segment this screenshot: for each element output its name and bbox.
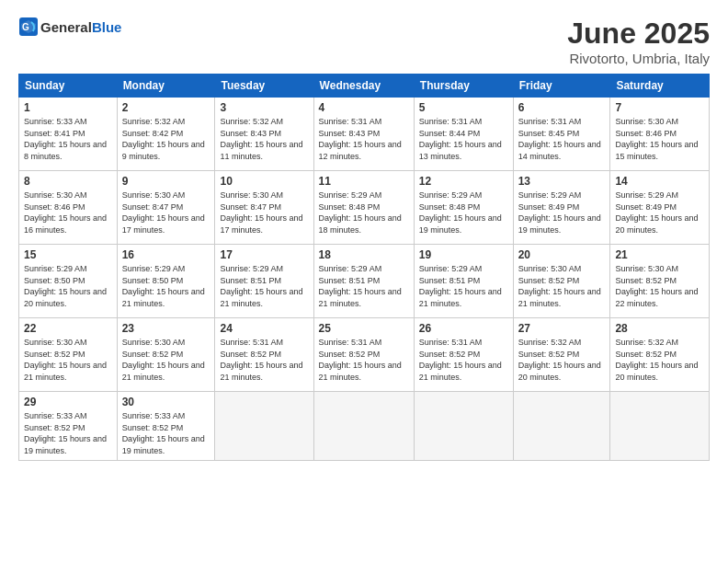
day-detail: Sunrise: 5:33 AM Sunset: 8:52 PM Dayligh… [24,410,112,456]
day-number: 26 [419,322,508,335]
table-row: 25 Sunrise: 5:31 AM Sunset: 8:52 PM Dayl… [313,318,414,392]
logo-blue: Blue [92,19,122,35]
table-row: 8 Sunrise: 5:30 AM Sunset: 8:46 PM Dayli… [19,171,118,245]
day-number: 15 [24,248,112,261]
logo-general: General [40,19,92,35]
day-detail: Sunrise: 5:30 AM Sunset: 8:46 PM Dayligh… [24,190,112,236]
day-detail: Sunrise: 5:30 AM Sunset: 8:47 PM Dayligh… [220,190,308,236]
day-detail: Sunrise: 5:32 AM Sunset: 8:43 PM Dayligh… [220,116,308,162]
day-number: 16 [122,248,210,261]
day-detail: Sunrise: 5:30 AM Sunset: 8:46 PM Dayligh… [615,116,704,162]
day-number: 4 [319,101,409,114]
col-thursday: Thursday [414,75,513,98]
table-row: 24 Sunrise: 5:31 AM Sunset: 8:52 PM Dayl… [215,318,313,392]
table-row: 1 Sunrise: 5:33 AM Sunset: 8:41 PM Dayli… [19,98,118,171]
day-number: 2 [122,101,210,114]
logo-icon: G [18,17,39,37]
table-row [513,392,610,461]
day-number: 30 [122,396,210,408]
day-detail: Sunrise: 5:29 AM Sunset: 8:49 PM Dayligh… [615,190,704,236]
table-row: 29 Sunrise: 5:33 AM Sunset: 8:52 PM Dayl… [19,392,118,461]
table-row: 30 Sunrise: 5:33 AM Sunset: 8:52 PM Dayl… [117,392,215,461]
day-number: 14 [615,175,704,188]
table-row: 19 Sunrise: 5:29 AM Sunset: 8:51 PM Dayl… [414,245,513,318]
logo: G GeneralBlue [18,17,121,37]
day-detail: Sunrise: 5:30 AM Sunset: 8:47 PM Dayligh… [122,190,210,236]
table-row: 12 Sunrise: 5:29 AM Sunset: 8:48 PM Dayl… [414,171,513,245]
day-number: 7 [615,101,704,114]
day-detail: Sunrise: 5:30 AM Sunset: 8:52 PM Dayligh… [24,337,112,383]
day-number: 23 [122,322,210,335]
table-row: 15 Sunrise: 5:29 AM Sunset: 8:50 PM Dayl… [19,245,118,318]
day-number: 1 [24,101,112,114]
table-row: 3 Sunrise: 5:32 AM Sunset: 8:43 PM Dayli… [215,98,313,171]
col-tuesday: Tuesday [215,75,313,98]
day-detail: Sunrise: 5:32 AM Sunset: 8:52 PM Dayligh… [615,337,704,383]
col-sunday: Sunday [19,75,118,98]
day-detail: Sunrise: 5:31 AM Sunset: 8:45 PM Dayligh… [518,116,606,162]
day-number: 22 [24,322,112,335]
day-detail: Sunrise: 5:31 AM Sunset: 8:52 PM Dayligh… [220,337,308,383]
day-detail: Sunrise: 5:32 AM Sunset: 8:52 PM Dayligh… [518,337,606,383]
day-number: 11 [319,175,409,188]
day-detail: Sunrise: 5:29 AM Sunset: 8:50 PM Dayligh… [122,263,210,309]
day-detail: Sunrise: 5:29 AM Sunset: 8:51 PM Dayligh… [220,263,308,309]
month-title: June 2025 [567,17,710,51]
table-row: 22 Sunrise: 5:30 AM Sunset: 8:52 PM Dayl… [19,318,118,392]
day-number: 6 [518,101,606,114]
day-number: 10 [220,175,308,188]
col-monday: Monday [117,75,215,98]
table-row: 16 Sunrise: 5:29 AM Sunset: 8:50 PM Dayl… [117,245,215,318]
table-row [610,392,710,461]
table-row: 18 Sunrise: 5:29 AM Sunset: 8:51 PM Dayl… [313,245,414,318]
table-row: 4 Sunrise: 5:31 AM Sunset: 8:43 PM Dayli… [313,98,414,171]
col-saturday: Saturday [610,75,710,98]
day-number: 28 [615,322,704,335]
table-row: 23 Sunrise: 5:30 AM Sunset: 8:52 PM Dayl… [117,318,215,392]
day-number: 3 [220,101,308,114]
day-detail: Sunrise: 5:29 AM Sunset: 8:48 PM Dayligh… [419,190,508,236]
table-row: 21 Sunrise: 5:30 AM Sunset: 8:52 PM Dayl… [610,245,710,318]
day-detail: Sunrise: 5:31 AM Sunset: 8:43 PM Dayligh… [319,116,409,162]
table-row: 27 Sunrise: 5:32 AM Sunset: 8:52 PM Dayl… [513,318,610,392]
table-row: 13 Sunrise: 5:29 AM Sunset: 8:49 PM Dayl… [513,171,610,245]
table-row: 14 Sunrise: 5:29 AM Sunset: 8:49 PM Dayl… [610,171,710,245]
day-detail: Sunrise: 5:31 AM Sunset: 8:52 PM Dayligh… [419,337,508,383]
title-area: June 2025 Rivotorto, Umbria, Italy [567,17,710,66]
col-wednesday: Wednesday [313,75,414,98]
day-number: 18 [319,248,409,261]
day-detail: Sunrise: 5:29 AM Sunset: 8:48 PM Dayligh… [319,190,409,236]
table-row [414,392,513,461]
day-detail: Sunrise: 5:30 AM Sunset: 8:52 PM Dayligh… [122,337,210,383]
day-number: 5 [419,101,508,114]
calendar-table: Sunday Monday Tuesday Wednesday Thursday… [18,74,710,461]
day-number: 25 [319,322,409,335]
day-detail: Sunrise: 5:29 AM Sunset: 8:51 PM Dayligh… [419,263,508,309]
day-detail: Sunrise: 5:33 AM Sunset: 8:52 PM Dayligh… [122,410,210,456]
day-number: 20 [518,248,606,261]
svg-text:G: G [22,22,29,32]
page: G GeneralBlue June 2025 Rivotorto, Umbri… [0,0,728,563]
day-number: 21 [615,248,704,261]
table-row: 20 Sunrise: 5:30 AM Sunset: 8:52 PM Dayl… [513,245,610,318]
header: G GeneralBlue June 2025 Rivotorto, Umbri… [18,17,710,66]
table-row: 2 Sunrise: 5:32 AM Sunset: 8:42 PM Dayli… [117,98,215,171]
table-row: 28 Sunrise: 5:32 AM Sunset: 8:52 PM Dayl… [610,318,710,392]
day-number: 8 [24,175,112,188]
table-row: 11 Sunrise: 5:29 AM Sunset: 8:48 PM Dayl… [313,171,414,245]
table-row: 5 Sunrise: 5:31 AM Sunset: 8:44 PM Dayli… [414,98,513,171]
table-row: 9 Sunrise: 5:30 AM Sunset: 8:47 PM Dayli… [117,171,215,245]
day-number: 24 [220,322,308,335]
table-row: 7 Sunrise: 5:30 AM Sunset: 8:46 PM Dayli… [610,98,710,171]
day-number: 19 [419,248,508,261]
table-row: 26 Sunrise: 5:31 AM Sunset: 8:52 PM Dayl… [414,318,513,392]
day-detail: Sunrise: 5:31 AM Sunset: 8:52 PM Dayligh… [319,337,409,383]
day-detail: Sunrise: 5:30 AM Sunset: 8:52 PM Dayligh… [615,263,704,309]
header-row: Sunday Monday Tuesday Wednesday Thursday… [19,75,710,98]
day-number: 27 [518,322,606,335]
day-detail: Sunrise: 5:29 AM Sunset: 8:51 PM Dayligh… [319,263,409,309]
table-row: 6 Sunrise: 5:31 AM Sunset: 8:45 PM Dayli… [513,98,610,171]
day-detail: Sunrise: 5:29 AM Sunset: 8:49 PM Dayligh… [518,190,606,236]
col-friday: Friday [513,75,610,98]
day-detail: Sunrise: 5:33 AM Sunset: 8:41 PM Dayligh… [24,116,112,162]
